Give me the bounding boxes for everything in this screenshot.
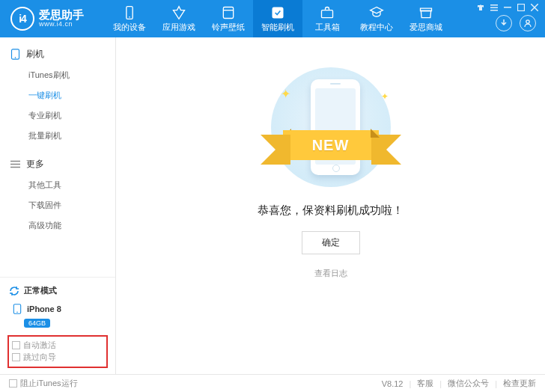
brand-url: www.i4.cn	[39, 21, 84, 28]
brand-name: 爱思助手	[39, 9, 84, 22]
sidebar-item-pro-flash[interactable]: 专业刷机	[28, 105, 115, 126]
svg-rect-4	[322, 10, 333, 17]
phone-icon	[10, 49, 20, 60]
sidebar-item-oneclick-flash[interactable]: 一键刷机	[28, 85, 115, 105]
ok-button[interactable]: 确定	[302, 231, 360, 254]
device-block[interactable]: iPhone 8 64GB	[6, 299, 109, 332]
svg-point-11	[16, 312, 18, 313]
success-illustration: ✦ ✦ ✦ NEW	[252, 67, 409, 187]
window-controls	[476, 3, 539, 12]
sidebar-item-download-firmware[interactable]: 下载固件	[28, 195, 115, 215]
main-nav: 我的设备 应用游戏 铃声壁纸 智能刷机 工具箱 教程中心 爱思商城	[105, 0, 451, 37]
sidebar-section-more: 更多	[0, 155, 115, 175]
sidebar-section-flash: 刷机	[0, 45, 115, 65]
options-highlight-box: 自动激活 跳过向导	[7, 335, 108, 368]
sparkle-icon: ✦	[381, 91, 389, 102]
sidebar-item-other-tools[interactable]: 其他工具	[28, 175, 115, 195]
brand: i4 爱思助手 www.i4.cn	[0, 7, 105, 31]
device-mode[interactable]: 正常模式	[6, 282, 109, 299]
checkbox-skip-guide[interactable]: 跳过向导	[12, 352, 56, 363]
nav-ringtones-wallpapers[interactable]: 铃声壁纸	[204, 0, 253, 37]
sidebar-item-advanced[interactable]: 高级功能	[28, 215, 115, 236]
nav-store[interactable]: 爱思商城	[401, 0, 451, 37]
sidebar-item-itunes-flash[interactable]: iTunes刷机	[28, 65, 115, 85]
checkbox-block-itunes[interactable]: 阻止iTunes运行	[9, 378, 78, 389]
svg-point-9	[15, 57, 16, 58]
checkbox-icon	[12, 353, 20, 361]
nav-apps-games[interactable]: 应用游戏	[154, 0, 204, 37]
sparkle-icon: ✦	[281, 87, 290, 101]
checkbox-icon	[12, 341, 20, 349]
device-capacity-badge: 64GB	[24, 319, 50, 328]
refresh-icon	[9, 286, 19, 296]
svg-rect-6	[518, 4, 525, 11]
footer-link-support[interactable]: 客服	[417, 378, 433, 389]
menu-icon[interactable]	[490, 3, 499, 12]
success-message: 恭喜您，保资料刷机成功啦！	[258, 203, 404, 218]
svg-rect-5	[504, 7, 511, 8]
checkbox-icon	[9, 379, 17, 388]
nav-smart-flash[interactable]: 智能刷机	[253, 0, 302, 37]
new-ribbon: NEW	[252, 129, 409, 162]
device-name: iPhone 8	[27, 304, 61, 313]
close-icon[interactable]	[530, 3, 539, 12]
checkbox-auto-activate[interactable]: 自动激活	[12, 340, 56, 351]
skin-icon[interactable]	[476, 3, 485, 12]
minimize-icon[interactable]	[503, 3, 512, 12]
svg-point-7	[526, 20, 529, 23]
nav-my-device[interactable]: 我的设备	[105, 0, 154, 37]
brand-logo-icon: i4	[10, 7, 34, 31]
download-icon[interactable]	[496, 15, 512, 31]
svg-rect-2	[223, 7, 233, 18]
version-label: V8.12	[382, 379, 404, 388]
nav-tutorials[interactable]: 教程中心	[352, 0, 401, 37]
user-icon[interactable]	[520, 15, 536, 31]
sidebar: 刷机 iTunes刷机 一键刷机 专业刷机 批量刷机 更多 其他工具 下载固件 …	[0, 37, 116, 374]
svg-point-1	[129, 16, 130, 18]
maximize-icon[interactable]	[517, 3, 526, 12]
footer-link-wechat[interactable]: 微信公众号	[448, 378, 489, 389]
footer-link-update[interactable]: 检查更新	[503, 378, 536, 389]
sidebar-item-batch-flash[interactable]: 批量刷机	[28, 126, 115, 146]
device-phone-icon	[12, 304, 22, 314]
main-content: ✦ ✦ ✦ NEW 恭喜您，保资料刷机成功啦！ 确定 查看日志	[116, 37, 545, 374]
app-header: i4 爱思助手 www.i4.cn 我的设备 应用游戏 铃声壁纸 智能刷机 工具…	[0, 0, 545, 37]
status-bar: 阻止iTunes运行 V8.12 | 客服 | 微信公众号 | 检查更新	[0, 374, 545, 392]
more-icon	[10, 159, 20, 170]
header-user-icons	[496, 15, 536, 31]
nav-toolbox[interactable]: 工具箱	[302, 0, 352, 37]
svg-rect-3	[272, 7, 284, 18]
view-log-link[interactable]: 查看日志	[314, 268, 347, 279]
